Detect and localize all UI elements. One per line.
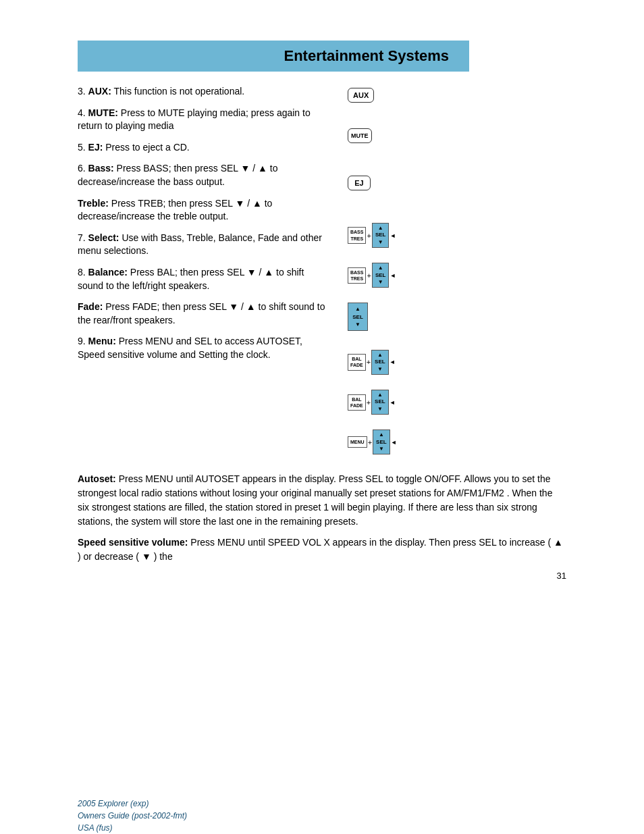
bass-sel-box: ▲ SEL ▼ <box>372 223 390 248</box>
item8-number: 8. <box>78 267 88 278</box>
footer-line3: USA (fus) <box>78 822 187 834</box>
item8-fade-label: Fade: <box>78 301 103 312</box>
section-item-6-bass: 6. Bass: Press BASS; then press SEL ▼ / … <box>78 162 327 188</box>
menu-sel-box: ▲ SEL ▼ <box>373 429 390 454</box>
item3-label: AUX: <box>88 86 111 97</box>
fade-plus: + <box>367 398 371 407</box>
section-item-9: 9. Menu: Press MENU and SEL to access AU… <box>78 335 327 361</box>
bass-combo-icon: BASS TRES + ▲ SEL ▼ ◄ <box>348 223 396 248</box>
aux-button-icon: AUX <box>348 88 374 103</box>
page-title: Entertainment Systems <box>91 47 456 65</box>
page-number: 31 <box>0 571 644 581</box>
item8-balance-label: Balance: <box>88 267 128 278</box>
bal-sel-box: ▲ SEL ▼ <box>371 350 389 375</box>
item5-label: EJ: <box>88 142 103 153</box>
speed-vol-block: Speed sensitive volume: Press MENU until… <box>78 536 566 564</box>
tres-sel-box: ▲ SEL ▼ <box>372 263 390 288</box>
footer-line2: Owners Guide (post-2002-fmt) <box>78 810 187 822</box>
aux-icon-area: AUX <box>348 88 374 115</box>
mute-button-icon: MUTE <box>348 128 372 143</box>
ej-button-icon: EJ <box>348 176 371 190</box>
header-band: Entertainment Systems <box>78 41 469 72</box>
section-item-8-fade: Fade: Press FADE; then press SEL ▼ / ▲ t… <box>78 301 327 327</box>
bottom-text-area: Autoset: Press MENU until AUTOSET appear… <box>0 467 644 564</box>
section-item-7: 7. Select: Use with Bass, Treble, Balanc… <box>78 232 327 258</box>
item6-bass-label: Bass: <box>88 163 114 174</box>
sel-only-icon: ▲ SEL ▼ <box>348 303 368 331</box>
bal-left-box: BAL FADE <box>348 354 366 370</box>
item5-number: 5. <box>78 142 88 153</box>
bass-left-box: BASS TRES <box>348 227 366 243</box>
bal-arrow: ◄ <box>390 359 396 365</box>
bass-plus: + <box>367 232 371 240</box>
ej-icon-area: EJ <box>348 176 371 203</box>
tres-combo-icon: BASS TRES + ▲ SEL ▼ ◄ <box>348 263 396 288</box>
tres-arrow: ◄ <box>390 272 396 279</box>
bal-combo-icon: BAL FADE + ▲ SEL ▼ ◄ <box>348 350 396 375</box>
mute-icon-area: MUTE <box>348 128 372 155</box>
tres-left-box: BASS TRES <box>348 267 366 284</box>
section-item-8-balance: 8. Balance: Press BAL; then press SEL ▼ … <box>78 266 327 292</box>
speed-vol-label: Speed sensitive volume: <box>78 537 188 548</box>
item3-text: This function is not operational. <box>111 86 244 97</box>
fade-sel-box: ▲ SEL ▼ <box>371 390 389 415</box>
tres-plus: + <box>367 271 371 280</box>
autoset-label: Autoset: <box>78 473 116 484</box>
item9-number: 9. <box>78 336 88 346</box>
section-item-3: 3. AUX: This function is not operational… <box>78 85 327 99</box>
section-item-5: 5. EJ: Press to eject a CD. <box>78 141 327 155</box>
menu-combo-icon: MENU + ▲ SEL ▼ ◄ <box>348 429 397 454</box>
item6-number: 6. <box>78 163 88 174</box>
item7-number: 7. <box>78 232 88 243</box>
fade-combo-icon: BAL FADE + ▲ SEL ▼ ◄ <box>348 390 396 415</box>
item5-text: Press to eject a CD. <box>103 142 189 153</box>
footer: 2005 Explorer (exp) Owners Guide (post-2… <box>78 798 187 834</box>
item3-number: 3. <box>78 86 88 97</box>
section-item-4: 4. MUTE: Press to MUTE playing media; pr… <box>78 107 327 133</box>
item4-number: 4. <box>78 107 88 118</box>
item4-label: MUTE: <box>88 107 118 118</box>
autoset-text: Press MENU until AUTOSET appears in the … <box>78 473 552 527</box>
bass-arrow: ◄ <box>390 232 396 239</box>
content-area: 3. AUX: This function is not operational… <box>0 78 644 467</box>
page-container: Entertainment Systems 3. AUX: This funct… <box>0 41 644 834</box>
menu-plus: + <box>368 438 372 446</box>
icon-column: AUX MUTE EJ BASS TRES + ▲ SEL ▼ <box>341 85 456 467</box>
item6-treble-label: Treble: <box>78 198 109 209</box>
autoset-block: Autoset: Press MENU until AUTOSET appear… <box>78 472 566 529</box>
item7-label: Select: <box>88 232 119 243</box>
item8-fade-text: Press FADE; then press SEL ▼ / ▲ to shif… <box>78 301 325 325</box>
footer-line1: 2005 Explorer (exp) <box>78 798 187 810</box>
section-item-6-treble: Treble: Press TREB; then press SEL ▼ / ▲… <box>78 197 327 224</box>
menu-left-box: MENU <box>348 436 367 448</box>
bal-plus: + <box>367 358 371 366</box>
fade-arrow: ◄ <box>390 399 396 406</box>
text-column: 3. AUX: This function is not operational… <box>78 85 341 467</box>
menu-arrow: ◄ <box>391 439 397 446</box>
fade-left-box: BAL FADE <box>348 394 366 411</box>
item9-label: Menu: <box>88 336 116 346</box>
